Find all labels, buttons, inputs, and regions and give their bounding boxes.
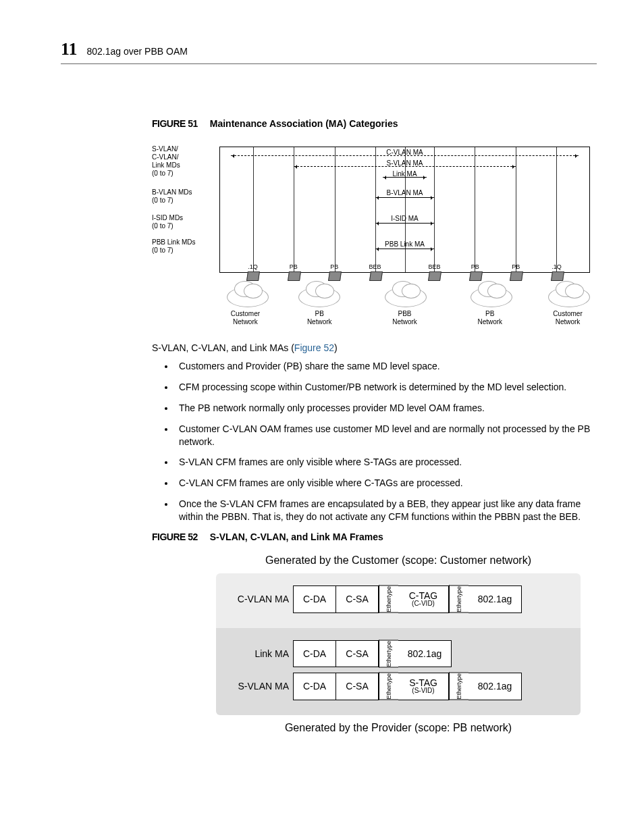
fig51-chip-isid: I-SID MA — [391, 215, 419, 223]
fig51-net-3: PBNetwork — [477, 310, 502, 326]
fig51-grid: C-VLAN MA S-VLAN MA Link MA B-VLAN MA I-… — [219, 147, 590, 273]
fig52-link-ag: 802.1ag — [398, 640, 452, 668]
fig51-net-0: CustomerNetwork — [231, 310, 260, 326]
fig52-cvlan-eth2: Ethertype — [449, 585, 468, 613]
fig52-cvlan-tag-sub: (C-VID) — [412, 600, 435, 607]
fig51-row-label-2: I-SID MDs(0 to 7) — [152, 214, 206, 230]
intro-line: S-VLAN, C-VLAN, and Link MAs (Figure 52) — [152, 342, 597, 353]
figure-52-link[interactable]: Figure 52 — [294, 342, 334, 353]
fig51-node-7: .1Q — [552, 263, 562, 271]
chapter-number: 11 — [61, 39, 78, 59]
fig51-chip-bvlan: B-VLAN MA — [387, 189, 423, 197]
fig51-row-label-1: B-VLAN MDs(0 to 7) — [152, 188, 206, 205]
bullet-list: Customers and Provider (PB) share the sa… — [152, 360, 597, 523]
fig51-row-label-3: PBB Link MDs(0 to 7) — [152, 238, 206, 255]
fig51-node-3: BEB — [369, 263, 381, 271]
fig52-provider-area: Link MA C-DA C-SA Ethertype 802.1ag S-VL… — [216, 628, 581, 715]
fig51-node-6: PB — [512, 263, 520, 271]
fig51-net-4: CustomerNetwork — [553, 310, 582, 326]
fig52-cvlan-sa: C-SA — [336, 585, 379, 613]
fig52-cvlan-ag: 802.1ag — [468, 585, 522, 613]
fig52-cvlan-tag-main: C-TAG — [409, 591, 438, 600]
figure-51-caption: Maintenance Association (MA) Categories — [210, 118, 398, 129]
intro-suffix: ) — [334, 342, 338, 353]
fig52-svlan-ag: 802.1ag — [468, 673, 522, 700]
fig52-row-cvlan: C-VLAN MA C-DA C-SA Ethertype C-TAG (C-V… — [227, 585, 570, 613]
bullet-3: Customer C-VLAN OAM frames use customer … — [175, 423, 597, 448]
fig51-row-label-0: S-VLAN/C-VLAN/Link MDs(0 to 7) — [152, 145, 206, 178]
fig51-net-2: PBBNetwork — [392, 310, 417, 326]
bullet-1: CFM processing scope within Customer/PB … — [175, 381, 597, 394]
figure-52-label: FIGURE 52 — [152, 531, 198, 542]
fig52-link-sa: C-SA — [336, 640, 379, 668]
figure-52-caption: S-VLAN, C-VLAN, and Link MA Frames — [210, 531, 383, 542]
fig51-node-5: PB — [471, 263, 479, 271]
figure-51-diagram: S-VLAN/C-VLAN/Link MDs(0 to 7) B-VLAN MD… — [152, 140, 597, 329]
figure-51-heading: FIGURE 51 Maintenance Association (MA) C… — [152, 118, 597, 129]
intro-prefix: S-VLAN, C-VLAN, and Link MAs ( — [152, 342, 294, 353]
fig52-svlan-eth2: Ethertype — [449, 673, 468, 700]
fig52-svlan-da: C-DA — [293, 673, 336, 700]
fig52-cvlan-tag: C-TAG (C-VID) — [398, 585, 449, 613]
fig52-row-svlan: S-VLAN MA C-DA C-SA Ethertype S-TAG (S-V… — [227, 673, 570, 700]
fig52-customer-area: C-VLAN MA C-DA C-SA Ethertype C-TAG (C-V… — [216, 573, 581, 628]
fig52-cvlan-eth1: Ethertype — [379, 585, 398, 613]
fig52-link-eth: Ethertype — [379, 640, 398, 668]
fig52-svlan-label: S-VLAN MA — [227, 673, 293, 700]
fig52-svlan-tag-sub: (S-VID) — [412, 687, 434, 694]
bullet-6: Once the S-VLAN CFM frames are encapsula… — [175, 498, 597, 523]
figure-51-label: FIGURE 51 — [152, 118, 198, 129]
fig51-node-1: PB — [290, 263, 298, 271]
fig52-link-da: C-DA — [293, 640, 336, 668]
bullet-5: C-VLAN CFM frames are only visible where… — [175, 477, 597, 490]
fig52-svlan-sa: C-SA — [336, 673, 379, 700]
fig51-node-2: PB — [330, 263, 338, 271]
fig52-svlan-tag-main: S-TAG — [409, 678, 437, 687]
fig51-node-0: .1Q — [248, 263, 258, 271]
bullet-2: The PB network normally only processes p… — [175, 402, 597, 415]
fig51-net-1: PBNetwork — [307, 310, 332, 326]
figure-52-diagram: Generated by the Customer (scope: Custom… — [216, 554, 581, 734]
fig51-chip-pbblink: PBB Link MA — [385, 240, 425, 249]
section-title: 802.1ag over PBB OAM — [86, 46, 187, 57]
figure-52-heading: FIGURE 52 S-VLAN, C-VLAN, and Link MA Fr… — [152, 531, 597, 542]
fig52-link-label: Link MA — [227, 640, 293, 668]
bullet-0: Customers and Provider (PB) share the sa… — [175, 360, 597, 373]
page-header: 11 802.1ag over PBB OAM — [61, 39, 597, 64]
bullet-4: S-VLAN CFM frames are only visible where… — [175, 456, 597, 469]
figure-52-bottom-title: Generated by the Provider (scope: PB net… — [216, 722, 581, 734]
fig52-cvlan-da: C-DA — [293, 585, 336, 613]
fig52-cvlan-label: C-VLAN MA — [227, 585, 293, 613]
fig52-row-link: Link MA C-DA C-SA Ethertype 802.1ag — [227, 640, 570, 668]
fig52-svlan-eth1: Ethertype — [379, 673, 398, 700]
fig51-node-4: BEB — [428, 263, 440, 271]
figure-52-top-title: Generated by the Customer (scope: Custom… — [216, 554, 581, 567]
fig52-svlan-tag: S-TAG (S-VID) — [398, 673, 449, 700]
